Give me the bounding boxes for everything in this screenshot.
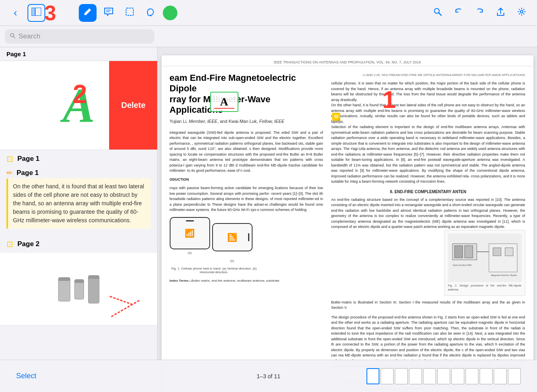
doc-header-text: IEEE TRANSACTIONS ON ANTENNAS AND PROPAG… bbox=[274, 60, 421, 64]
thumb-8[interactable] bbox=[465, 368, 478, 384]
main-area: Page 1 A 2 Delete ⊡ Pa bbox=[0, 47, 537, 392]
font-a-box: A bbox=[210, 92, 238, 112]
share-icon bbox=[496, 7, 505, 19]
svg-text:Magneto-Electric Dipole: Magneto-Electric Dipole bbox=[491, 274, 517, 276]
doc-intro-text: integrated waveguide (SIW)-fed dipole an… bbox=[170, 130, 323, 174]
undo-icon bbox=[454, 7, 463, 19]
search-input-wrap[interactable]: Search bbox=[5, 29, 154, 44]
pen-tool-button[interactable] bbox=[79, 4, 97, 22]
svg-rect-20 bbox=[505, 248, 513, 256]
delete-label: Delete bbox=[121, 101, 145, 110]
doc-title: eam End-Fire Magnetoelectric Dipole rray… bbox=[170, 73, 323, 116]
svg-line-7 bbox=[439, 13, 441, 15]
thumbnail-strip bbox=[366, 368, 521, 384]
lasso-button[interactable] bbox=[142, 4, 160, 22]
settings-icon bbox=[517, 7, 526, 19]
redo-icon bbox=[475, 7, 484, 19]
thumb-7[interactable] bbox=[451, 368, 464, 384]
select-button-bottom[interactable]: Select bbox=[16, 372, 36, 380]
svg-text:Open-Ended SIW: Open-Ended SIW bbox=[453, 264, 472, 266]
page1-label: Page 1 bbox=[17, 155, 40, 163]
doc-page-1: IEEE TRANSACTIONS ON ANTENNAS AND PROPAG… bbox=[162, 55, 533, 392]
doc-header: IEEE TRANSACTIONS ON ANTENNAS AND PROPAG… bbox=[162, 55, 533, 66]
thumb-10[interactable] bbox=[494, 368, 507, 384]
sidebar-toggle-button[interactable] bbox=[27, 4, 45, 22]
doc-keywords: Index Terms—Butler matrix, end-fire ante… bbox=[170, 279, 323, 282]
page1-card[interactable]: Page 1 A 2 Delete bbox=[0, 47, 157, 150]
thumb-11[interactable] bbox=[508, 368, 521, 384]
doc-right-col-text: An end-fire radiating structure based on… bbox=[331, 197, 525, 230]
page2-thumbnail[interactable] bbox=[0, 253, 158, 326]
page-counter: 1–3 of 11 bbox=[257, 373, 280, 379]
doc-right-column: LI AND LUK: MULTIBEAM END-FIRE ME DIPOLE… bbox=[331, 73, 525, 392]
thumb-1[interactable] bbox=[366, 368, 379, 384]
figure-caption: Fig. 1. Cellular phone held in hand. (a)… bbox=[170, 267, 259, 274]
figure-a: 📶 (a) bbox=[170, 217, 210, 255]
search-placeholder: Search bbox=[19, 32, 40, 40]
doc-body-highlight: On the other hand, it is found that at l… bbox=[331, 103, 525, 124]
svg-rect-0 bbox=[32, 8, 35, 16]
search-input-icon bbox=[10, 33, 15, 40]
svg-rect-5 bbox=[126, 8, 133, 15]
comment-button[interactable] bbox=[100, 4, 118, 22]
wifi-icon-a: 📶 bbox=[185, 228, 195, 238]
thumb-9[interactable] bbox=[480, 368, 493, 384]
svg-point-8 bbox=[520, 11, 523, 13]
doc-authors: Yujian Li, Member, IEEE, and Kwai-Man Lu… bbox=[170, 119, 323, 124]
page1-bookmark-icon: ⊡ bbox=[6, 154, 13, 164]
svg-rect-16 bbox=[465, 246, 473, 258]
svg-line-10 bbox=[14, 37, 15, 38]
doc-body-right-2: Actually, similar results can also be fo… bbox=[331, 114, 525, 124]
share-button[interactable] bbox=[492, 4, 510, 22]
search-button[interactable] bbox=[429, 4, 446, 22]
red-dashed-line-2 bbox=[110, 296, 133, 305]
select-icon bbox=[125, 7, 134, 19]
page1-thumbnail[interactable]: A 2 Delete bbox=[0, 61, 157, 150]
right-figure-area: Open-Ended SIW Magneto-Electric Dipole F… bbox=[444, 230, 525, 296]
thumb-4[interactable] bbox=[409, 368, 422, 384]
font-underline bbox=[214, 108, 234, 109]
settings-button[interactable] bbox=[513, 4, 531, 22]
svg-point-9 bbox=[11, 34, 14, 37]
badge-1: 1 bbox=[382, 86, 396, 114]
pen-icon bbox=[83, 7, 92, 19]
delete-overlay[interactable]: Delete bbox=[109, 61, 157, 150]
redo-button[interactable] bbox=[471, 4, 489, 22]
toolbar: ‹ 3 bbox=[0, 0, 537, 26]
page2-label: Page 2 bbox=[17, 240, 40, 248]
figure-b: 📶 (b) bbox=[218, 217, 246, 263]
pen-annotation-icon: ✏ bbox=[6, 169, 13, 177]
undo-button[interactable] bbox=[450, 4, 468, 22]
svg-rect-19 bbox=[493, 248, 501, 256]
page1-pen-row: ✏ Page 1 bbox=[0, 168, 157, 178]
lasso-icon bbox=[146, 7, 155, 19]
doc-body-right: cellular phones. It is seen that no matt… bbox=[331, 81, 525, 103]
page1-top-label: Page 1 bbox=[0, 47, 157, 61]
doc-body-left: integrated waveguide (SIW)-fed dipole an… bbox=[170, 130, 323, 213]
color-picker-button[interactable] bbox=[163, 6, 177, 20]
annotation-text: On the other hand, it is found that at l… bbox=[13, 183, 144, 223]
phone-figure-b: 📶 bbox=[212, 223, 253, 251]
phone-figure-a: 📶 bbox=[170, 217, 210, 249]
right-diagram: Open-Ended SIW Magneto-Electric Dipole bbox=[448, 234, 522, 282]
back-button[interactable]: ‹ bbox=[6, 4, 24, 22]
comment-icon bbox=[104, 7, 114, 19]
section-title: II. END-FIRE COMPLEMENTARY ANTEN bbox=[331, 189, 525, 195]
thumb-6[interactable] bbox=[437, 368, 450, 384]
back-icon: ‹ bbox=[14, 6, 17, 19]
page2-label-row: ⊡ Page 2 bbox=[0, 235, 157, 253]
thumb-3[interactable] bbox=[395, 368, 408, 384]
page1-pen-label: Page 1 bbox=[17, 169, 39, 177]
page1-label-row: ⊡ Page 1 bbox=[0, 150, 157, 168]
doc-viewer[interactable]: IEEE TRANSACTIONS ON ANTENNAS AND PROPAG… bbox=[158, 47, 537, 392]
thumb-5[interactable] bbox=[423, 368, 436, 384]
doc-figures: 📶 (a) 📶 (b) bbox=[170, 217, 323, 263]
page2-diagram bbox=[55, 272, 103, 307]
doc-left-column: eam End-Fire Magnetoelectric Dipole rray… bbox=[170, 73, 323, 392]
bottom-bar: Select 1–3 of 11 bbox=[0, 360, 537, 392]
wifi-icon-b: 📶 bbox=[227, 232, 237, 242]
thumb-2[interactable] bbox=[381, 368, 394, 384]
svg-rect-15 bbox=[455, 246, 463, 258]
select-button[interactable] bbox=[121, 4, 139, 22]
doc-title-line1: eam End-Fire Magnetoelectric Dipole bbox=[170, 73, 296, 93]
